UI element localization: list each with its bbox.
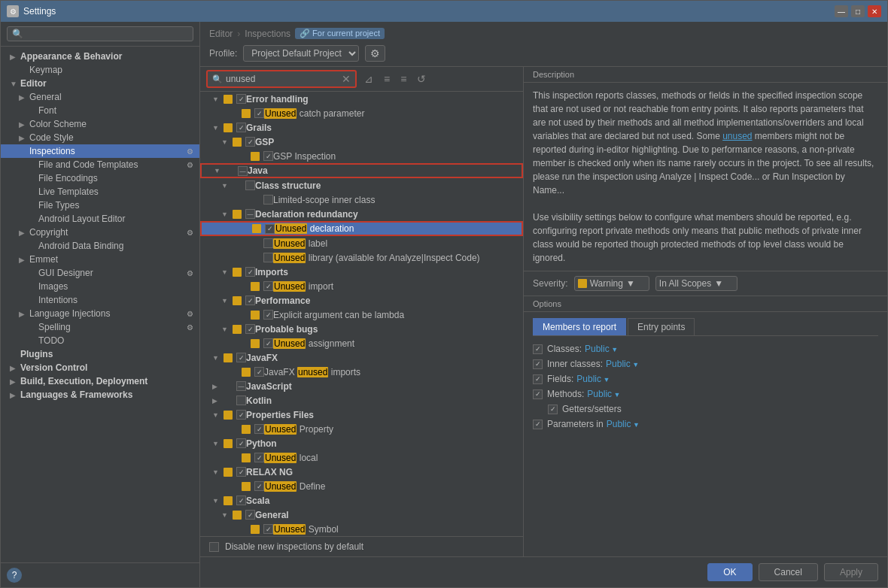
sidebar-item-spelling[interactable]: Spelling ⚙ [1, 320, 199, 334]
sidebar-item-filetypes[interactable]: File Types [1, 199, 199, 212]
sidebar-item-todo[interactable]: TODO [1, 334, 199, 347]
parameters-checkbox[interactable] [533, 420, 543, 429]
maximize-button[interactable]: □ [851, 5, 865, 17]
insp-group-class-structure[interactable]: ▼ Class structure [200, 178, 523, 192]
insp-group-javafx[interactable]: ▼ JavaFX [200, 350, 523, 365]
sidebar-item-font[interactable]: Font [1, 104, 199, 117]
sidebar-item-languageinjections[interactable]: ▶ Language Injections ⚙ [1, 307, 199, 320]
sidebar-item-images[interactable]: Images [1, 280, 199, 293]
ok-button[interactable]: OK [707, 563, 752, 581]
insp-checkbox[interactable] [245, 324, 255, 334]
insp-checkbox[interactable] [254, 424, 264, 434]
tab-entry-points[interactable]: Entry points [628, 318, 695, 335]
insp-checkbox[interactable] [236, 381, 246, 391]
insp-item-unused-assignment[interactable]: Unused assignment [200, 336, 523, 350]
insp-checkbox[interactable] [263, 253, 273, 262]
sidebar-item-buildexecution[interactable]: ▶ Build, Execution, Deployment [1, 374, 199, 388]
profile-select[interactable]: Project Default Project [243, 45, 359, 62]
sidebar-item-versioncontrol[interactable]: ▶ Version Control [1, 361, 199, 374]
insp-item-unused-label[interactable]: Unused label [200, 236, 523, 250]
sidebar-item-inspections[interactable]: Inspections ⚙ [1, 144, 199, 158]
insp-group-gsp[interactable]: ▼ GSP [200, 135, 523, 149]
insp-checkbox[interactable] [236, 467, 246, 477]
insp-checkbox[interactable] [236, 396, 246, 405]
insp-checkbox[interactable] [245, 510, 255, 520]
minimize-button[interactable]: — [835, 5, 848, 17]
insp-group-kotlin[interactable]: ▶ Kotlin [200, 393, 523, 408]
insp-checkbox[interactable] [236, 496, 246, 505]
clear-search-button[interactable]: ✕ [342, 73, 351, 85]
insp-group-probable-bugs[interactable]: ▼ Probable bugs [200, 322, 523, 336]
insp-group-python[interactable]: ▼ Python [200, 436, 523, 450]
insp-item-unused-catch[interactable]: Unused catch parameter [200, 106, 523, 120]
insp-search-input[interactable] [226, 74, 339, 84]
for-current-project-tag[interactable]: 🔗 For current project [295, 28, 385, 39]
insp-checkbox[interactable] [236, 438, 246, 448]
sidebar-item-guidesigner[interactable]: GUI Designer ⚙ [1, 266, 199, 280]
sidebar-item-editor[interactable]: ▼ Editor [1, 77, 199, 90]
insp-checkbox[interactable] [263, 195, 273, 205]
insp-checkbox[interactable] [263, 338, 273, 348]
methods-dropdown[interactable]: Public [587, 389, 620, 399]
sidebar-item-androiddatabinding[interactable]: Android Data Binding [1, 239, 199, 253]
inner-classes-checkbox[interactable] [533, 359, 543, 369]
cancel-button[interactable]: Cancel [759, 563, 818, 581]
sidebar-item-general[interactable]: ▶ General [1, 90, 199, 104]
gear-button[interactable]: ⚙ [365, 45, 385, 62]
insp-item-unused-import[interactable]: Unused import [200, 279, 523, 293]
insp-checkbox[interactable] [263, 310, 273, 320]
insp-item-javafx-unused[interactable]: JavaFX unused imports [200, 365, 523, 379]
insp-checkbox[interactable] [236, 410, 246, 420]
severity-select[interactable]: Warning ▼ [574, 276, 649, 291]
insp-group-properties-files[interactable]: ▼ Properties Files [200, 408, 523, 422]
reset-button[interactable]: ↺ [414, 71, 429, 86]
insp-group-relaxng[interactable]: ▼ RELAX NG [200, 465, 523, 479]
sidebar-search-input[interactable] [26, 29, 188, 39]
insp-group-scala-general[interactable]: ▼ General [200, 508, 523, 522]
insp-item-unused-define[interactable]: Unused Define [200, 479, 523, 493]
insp-checkbox[interactable] [245, 137, 255, 147]
insp-item-unused-declaration[interactable]: Unused declaration [200, 221, 523, 236]
insp-item-gsp-inspection[interactable]: GSP Inspection [200, 149, 523, 163]
insp-checkbox[interactable] [265, 224, 275, 234]
fields-checkbox[interactable] [533, 374, 543, 384]
insp-checkbox[interactable] [236, 123, 246, 132]
fields-dropdown[interactable]: Public [576, 374, 610, 384]
insp-group-javascript[interactable]: ▶ JavaScript [200, 379, 523, 393]
insp-item-unused-local[interactable]: Unused local [200, 450, 523, 465]
insp-checkbox[interactable] [254, 481, 264, 491]
insp-checkbox[interactable] [245, 209, 255, 219]
sidebar-item-intentions[interactable]: Intentions [1, 293, 199, 307]
insp-checkbox[interactable] [238, 166, 248, 176]
sidebar-item-languagesframeworks[interactable]: ▶ Languages & Frameworks [1, 388, 199, 402]
insp-checkbox[interactable] [263, 151, 273, 161]
sidebar-item-emmet[interactable]: ▶ Emmet [1, 253, 199, 266]
insp-checkbox[interactable] [245, 180, 255, 190]
insp-checkbox[interactable] [254, 108, 264, 118]
insp-checkbox[interactable] [254, 367, 264, 377]
parameters-dropdown[interactable]: Public [607, 419, 640, 429]
apply-button[interactable]: Apply [824, 563, 878, 581]
inner-classes-dropdown[interactable]: Public [606, 359, 639, 369]
insp-item-limited-scope[interactable]: Limited-scope inner class [200, 192, 523, 207]
insp-checkbox[interactable] [263, 524, 273, 534]
insp-item-unused-library[interactable]: Unused library (available for Analyze|In… [200, 250, 523, 265]
methods-checkbox[interactable] [533, 389, 543, 399]
sidebar-item-androidlayouteditor[interactable]: Android Layout Editor [1, 212, 199, 226]
sidebar-item-livetemplates[interactable]: Live Templates [1, 185, 199, 199]
insp-group-imports[interactable]: ▼ Imports [200, 265, 523, 279]
sidebar-item-keymap[interactable]: Keymap [1, 63, 199, 77]
filter-button[interactable]: ⊿ [361, 71, 376, 86]
sidebar-item-copyright[interactable]: ▶ Copyright ⚙ [1, 226, 199, 239]
insp-checkbox[interactable] [236, 353, 246, 362]
sidebar-item-colorscheme[interactable]: ▶ Color Scheme [1, 117, 199, 131]
tab-members-to-report[interactable]: Members to report [533, 318, 626, 335]
insp-checkbox[interactable] [245, 267, 255, 277]
insp-item-unused-symbol[interactable]: Unused Symbol [200, 522, 523, 536]
insp-group-decl-redundancy[interactable]: ▼ Declaration redundancy [200, 207, 523, 221]
insp-group-java[interactable]: ▼ Java [200, 163, 523, 178]
sidebar-item-filecodetemplates[interactable]: File and Code Templates ⚙ [1, 158, 199, 171]
collapse-button[interactable]: ≡ [397, 71, 409, 86]
sidebar-item-appearance[interactable]: ▶ Appearance & Behavior [1, 50, 199, 63]
insp-group-error-handling[interactable]: ▼ Error handling [200, 92, 523, 106]
